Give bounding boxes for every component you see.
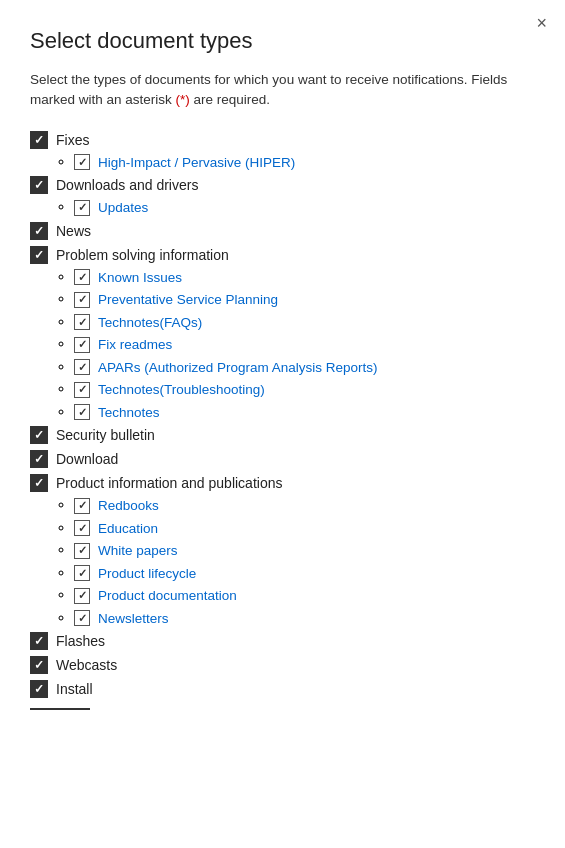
checkbox-flashes[interactable]	[30, 632, 48, 650]
install-row: Install	[30, 680, 535, 698]
downloads-label: Downloads and drivers	[56, 177, 198, 193]
news-label: News	[56, 223, 91, 239]
checkbox-education[interactable]	[74, 520, 90, 536]
checkbox-security-bulletin[interactable]	[30, 426, 48, 444]
checkbox-webcasts[interactable]	[30, 656, 48, 674]
list-item-news: News	[30, 222, 535, 240]
fix-readmes-label: Fix readmes	[98, 337, 172, 352]
webcasts-label: Webcasts	[56, 657, 117, 673]
checkbox-apars[interactable]	[74, 359, 90, 375]
technotes-row: Technotes	[74, 404, 535, 420]
security-bulletin-label: Security bulletin	[56, 427, 155, 443]
list-item-white-papers: White papers	[74, 541, 535, 559]
checkbox-technotes[interactable]	[74, 404, 90, 420]
fixes-children: High-Impact / Pervasive (HIPER)	[74, 153, 535, 171]
checkbox-install[interactable]	[30, 680, 48, 698]
problem-solving-children: Known Issues Preventative Service Planni…	[74, 268, 535, 421]
list-item-hiper: High-Impact / Pervasive (HIPER)	[74, 153, 535, 171]
list-item-known-issues: Known Issues	[74, 268, 535, 286]
problem-solving-row: Problem solving information	[30, 246, 535, 264]
document-type-list: Fixes High-Impact / Pervasive (HIPER) Do…	[30, 131, 535, 699]
checkbox-fix-readmes[interactable]	[74, 337, 90, 353]
list-item-apars: APARs (Authorized Program Analysis Repor…	[74, 358, 535, 376]
list-item-install: Install	[30, 680, 535, 698]
list-item-education: Education	[74, 519, 535, 537]
hiper-row: High-Impact / Pervasive (HIPER)	[74, 154, 535, 170]
close-button[interactable]: ×	[536, 14, 547, 32]
preventative-row: Preventative Service Planning	[74, 292, 535, 308]
newsletters-row: Newsletters	[74, 610, 535, 626]
education-row: Education	[74, 520, 535, 536]
flashes-row: Flashes	[30, 632, 535, 650]
checkbox-downloads[interactable]	[30, 176, 48, 194]
modal-description: Select the types of documents for which …	[30, 70, 535, 111]
asterisk-marker: (*)	[176, 92, 190, 107]
product-info-children: Redbooks Education White papers	[74, 496, 535, 626]
checkbox-known-issues[interactable]	[74, 269, 90, 285]
known-issues-label: Known Issues	[98, 270, 182, 285]
download-label: Download	[56, 451, 118, 467]
checkbox-technotes-faqs[interactable]	[74, 314, 90, 330]
checkbox-hiper[interactable]	[74, 154, 90, 170]
redbooks-row: Redbooks	[74, 498, 535, 514]
modal-title: Select document types	[30, 28, 535, 54]
technotes-faqs-row: Technotes(FAQs)	[74, 314, 535, 330]
download-row: Download	[30, 450, 535, 468]
apars-label: APARs (Authorized Program Analysis Repor…	[98, 360, 378, 375]
checkbox-newsletters[interactable]	[74, 610, 90, 626]
redbooks-label: Redbooks	[98, 498, 159, 513]
security-bulletin-row: Security bulletin	[30, 426, 535, 444]
apars-row: APARs (Authorized Program Analysis Repor…	[74, 359, 535, 375]
list-item-problem-solving: Problem solving information Known Issues…	[30, 246, 535, 421]
modal-container: × Select document types Select the types…	[0, 0, 565, 848]
bottom-divider	[30, 708, 90, 710]
checkbox-updates[interactable]	[74, 200, 90, 216]
checkbox-product-info[interactable]	[30, 474, 48, 492]
newsletters-label: Newsletters	[98, 611, 169, 626]
product-lifecycle-label: Product lifecycle	[98, 566, 196, 581]
product-lifecycle-row: Product lifecycle	[74, 565, 535, 581]
list-item-preventative: Preventative Service Planning	[74, 290, 535, 308]
product-info-row: Product information and publications	[30, 474, 535, 492]
checkbox-redbooks[interactable]	[74, 498, 90, 514]
fixes-row: Fixes	[30, 131, 535, 149]
list-item-security-bulletin: Security bulletin	[30, 426, 535, 444]
technotes-troubleshooting-label: Technotes(Troubleshooting)	[98, 382, 265, 397]
education-label: Education	[98, 521, 158, 536]
list-item-flashes: Flashes	[30, 632, 535, 650]
list-item-technotes-troubleshooting: Technotes(Troubleshooting)	[74, 380, 535, 398]
checkbox-problem-solving[interactable]	[30, 246, 48, 264]
checkbox-white-papers[interactable]	[74, 543, 90, 559]
downloads-children: Updates	[74, 198, 535, 216]
list-item-updates: Updates	[74, 198, 535, 216]
technotes-label: Technotes	[98, 405, 160, 420]
checkbox-fixes[interactable]	[30, 131, 48, 149]
checkbox-technotes-troubleshooting[interactable]	[74, 382, 90, 398]
list-item-download: Download	[30, 450, 535, 468]
list-item-redbooks: Redbooks	[74, 496, 535, 514]
list-item-webcasts: Webcasts	[30, 656, 535, 674]
webcasts-row: Webcasts	[30, 656, 535, 674]
install-label: Install	[56, 681, 93, 697]
white-papers-row: White papers	[74, 543, 535, 559]
list-item-product-info: Product information and publications Red…	[30, 474, 535, 626]
list-item-product-documentation: Product documentation	[74, 586, 535, 604]
technotes-faqs-label: Technotes(FAQs)	[98, 315, 202, 330]
technotes-troubleshooting-row: Technotes(Troubleshooting)	[74, 382, 535, 398]
list-item-product-lifecycle: Product lifecycle	[74, 564, 535, 582]
checkbox-download[interactable]	[30, 450, 48, 468]
fixes-label: Fixes	[56, 132, 89, 148]
product-documentation-label: Product documentation	[98, 588, 237, 603]
updates-label: Updates	[98, 200, 148, 215]
list-item-newsletters: Newsletters	[74, 609, 535, 627]
product-documentation-row: Product documentation	[74, 588, 535, 604]
checkbox-product-documentation[interactable]	[74, 588, 90, 604]
list-item-technotes: Technotes	[74, 403, 535, 421]
problem-solving-label: Problem solving information	[56, 247, 229, 263]
checkbox-news[interactable]	[30, 222, 48, 240]
checkbox-product-lifecycle[interactable]	[74, 565, 90, 581]
list-item-downloads: Downloads and drivers Updates	[30, 176, 535, 216]
preventative-label: Preventative Service Planning	[98, 292, 278, 307]
checkbox-preventative[interactable]	[74, 292, 90, 308]
list-item-fix-readmes: Fix readmes	[74, 335, 535, 353]
